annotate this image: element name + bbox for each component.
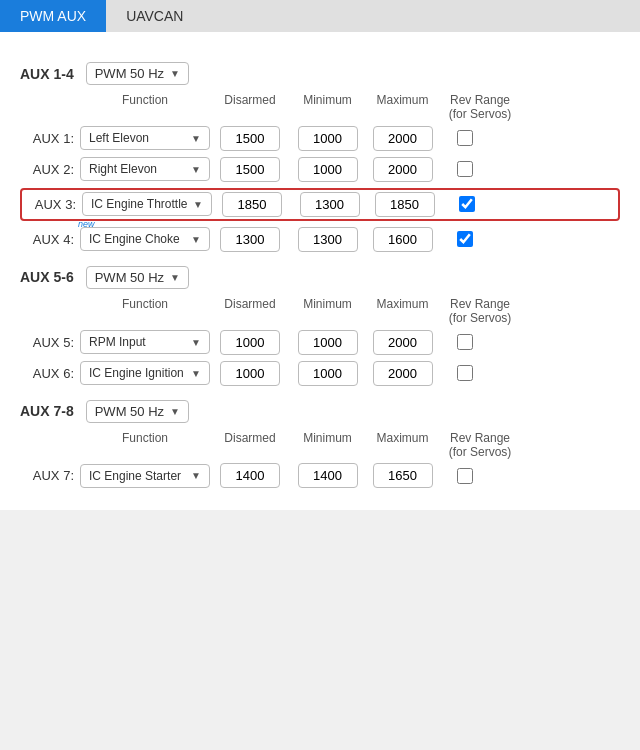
aux1-rev-cell (440, 130, 490, 146)
aux2-row: AUX 2: Right Elevon ▼ (20, 157, 620, 182)
aux1-label: AUX 1: (20, 131, 80, 146)
aux3-highlight-wrapper: AUX 3: IC Engine Throttle ▼ (20, 188, 620, 221)
freq-arrow-aux5-6: ▼ (170, 272, 180, 283)
tab-bar: PWM AUX UAVCAN (0, 0, 640, 32)
aux4-wrapper: new AUX 4: IC Engine Choke ▼ (20, 227, 620, 252)
aux6-func-label: IC Engine Ignition (89, 366, 184, 380)
aux3-disarmed-input[interactable] (222, 192, 282, 217)
aux4-label: AUX 4: (20, 232, 80, 247)
aux6-disarmed-input[interactable] (220, 361, 280, 386)
freq-label-aux5-6: PWM 50 Hz (95, 270, 164, 285)
aux1-min-input[interactable] (298, 126, 358, 151)
main-content: AUX 1-4 PWM 50 Hz ▼ Function Disarmed Mi… (0, 32, 640, 510)
freq-select-aux7-8[interactable]: PWM 50 Hz ▼ (86, 400, 189, 423)
col-minimum-2: Minimum (290, 297, 365, 326)
col-rev-range-3: Rev Range(for Servos) (440, 431, 520, 460)
aux4-max-input[interactable] (373, 227, 433, 252)
aux2-max-input[interactable] (373, 157, 433, 182)
col-function-2: Function (80, 297, 210, 326)
col-minimum-3: Minimum (290, 431, 365, 460)
aux1-rev-checkbox[interactable] (457, 130, 473, 146)
aux2-label: AUX 2: (20, 162, 80, 177)
col-maximum-3: Maximum (365, 431, 440, 460)
aux2-func-label: Right Elevon (89, 162, 157, 176)
aux4-rev-cell (440, 231, 490, 247)
aux7-func-label: IC Engine Starter (89, 469, 181, 483)
aux7-func-arrow: ▼ (191, 470, 201, 481)
aux5-disarmed-input[interactable] (220, 330, 280, 355)
aux7-rev-checkbox[interactable] (457, 468, 473, 484)
aux4-disarmed-input[interactable] (220, 227, 280, 252)
aux4-func-select[interactable]: IC Engine Choke ▼ (80, 227, 210, 251)
aux7-disarmed-input[interactable] (220, 463, 280, 488)
freq-label-aux7-8: PWM 50 Hz (95, 404, 164, 419)
aux6-func-arrow: ▼ (191, 368, 201, 379)
aux3-func-arrow: ▼ (193, 199, 203, 210)
aux1-row: AUX 1: Left Elevon ▼ (20, 126, 620, 151)
aux1-disarmed-input[interactable] (220, 126, 280, 151)
aux5-func-select[interactable]: RPM Input ▼ (80, 330, 210, 354)
col-maximum: Maximum (365, 93, 440, 122)
aux5-label: AUX 5: (20, 335, 80, 350)
aux7-label: AUX 7: (20, 468, 80, 483)
section-aux1-4-title: AUX 1-4 (20, 66, 74, 82)
aux2-func-select[interactable]: Right Elevon ▼ (80, 157, 210, 181)
col-maximum-2: Maximum (365, 297, 440, 326)
aux7-func-select[interactable]: IC Engine Starter ▼ (80, 464, 210, 488)
aux2-rev-checkbox[interactable] (457, 161, 473, 177)
aux1-func-arrow: ▼ (191, 133, 201, 144)
table-header-aux1-4: Function Disarmed Minimum Maximum Rev Ra… (80, 93, 620, 122)
aux1-max-input[interactable] (373, 126, 433, 151)
aux3-rev-checkbox[interactable] (459, 196, 475, 212)
freq-select-aux1-4[interactable]: PWM 50 Hz ▼ (86, 62, 189, 85)
aux6-min-input[interactable] (298, 361, 358, 386)
aux4-rev-checkbox[interactable] (457, 231, 473, 247)
freq-arrow-aux1-4: ▼ (170, 68, 180, 79)
col-disarmed: Disarmed (210, 93, 290, 122)
col-function-3: Function (80, 431, 210, 460)
aux4-func-label: IC Engine Choke (89, 232, 180, 246)
aux2-disarmed-input[interactable] (220, 157, 280, 182)
section-aux7-8-header: AUX 7-8 PWM 50 Hz ▼ (20, 400, 620, 423)
aux6-max-input[interactable] (373, 361, 433, 386)
table-header-aux7-8: Function Disarmed Minimum Maximum Rev Ra… (80, 431, 620, 460)
col-minimum: Minimum (290, 93, 365, 122)
aux5-min-input[interactable] (298, 330, 358, 355)
aux6-func-select[interactable]: IC Engine Ignition ▼ (80, 361, 210, 385)
tab-pwm-aux[interactable]: PWM AUX (0, 0, 106, 32)
section-aux7-8: AUX 7-8 PWM 50 Hz ▼ Function Disarmed Mi… (20, 400, 620, 489)
aux1-func-select[interactable]: Left Elevon ▼ (80, 126, 210, 150)
freq-arrow-aux7-8: ▼ (170, 406, 180, 417)
aux7-row: AUX 7: IC Engine Starter ▼ (20, 463, 620, 488)
section-aux5-6-header: AUX 5-6 PWM 50 Hz ▼ (20, 266, 620, 289)
aux5-row: AUX 5: RPM Input ▼ (20, 330, 620, 355)
aux5-max-input[interactable] (373, 330, 433, 355)
col-disarmed-3: Disarmed (210, 431, 290, 460)
aux4-min-input[interactable] (298, 227, 358, 252)
aux3-max-input[interactable] (375, 192, 435, 217)
section-aux7-8-title: AUX 7-8 (20, 403, 74, 419)
aux5-rev-checkbox[interactable] (457, 334, 473, 350)
table-header-aux5-6: Function Disarmed Minimum Maximum Rev Ra… (80, 297, 620, 326)
freq-select-aux5-6[interactable]: PWM 50 Hz ▼ (86, 266, 189, 289)
aux3-min-input[interactable] (300, 192, 360, 217)
aux2-min-input[interactable] (298, 157, 358, 182)
aux6-rev-cell (440, 365, 490, 381)
aux5-func-label: RPM Input (89, 335, 146, 349)
aux7-max-input[interactable] (373, 463, 433, 488)
aux7-rev-cell (440, 468, 490, 484)
aux7-min-input[interactable] (298, 463, 358, 488)
aux3-func-select[interactable]: IC Engine Throttle ▼ (82, 192, 212, 216)
aux3-row: AUX 3: IC Engine Throttle ▼ (22, 192, 618, 217)
aux6-row: AUX 6: IC Engine Ignition ▼ (20, 361, 620, 386)
tab-uavcan[interactable]: UAVCAN (106, 0, 203, 32)
section-aux5-6: AUX 5-6 PWM 50 Hz ▼ Function Disarmed Mi… (20, 266, 620, 386)
aux3-label: AUX 3: (22, 197, 82, 212)
aux6-rev-checkbox[interactable] (457, 365, 473, 381)
aux2-func-arrow: ▼ (191, 164, 201, 175)
aux4-row: AUX 4: IC Engine Choke ▼ (20, 227, 620, 252)
aux5-rev-cell (440, 334, 490, 350)
aux4-func-arrow: ▼ (191, 234, 201, 245)
aux3-rev-cell (442, 196, 492, 212)
section-aux1-4-header: AUX 1-4 PWM 50 Hz ▼ (20, 62, 620, 85)
